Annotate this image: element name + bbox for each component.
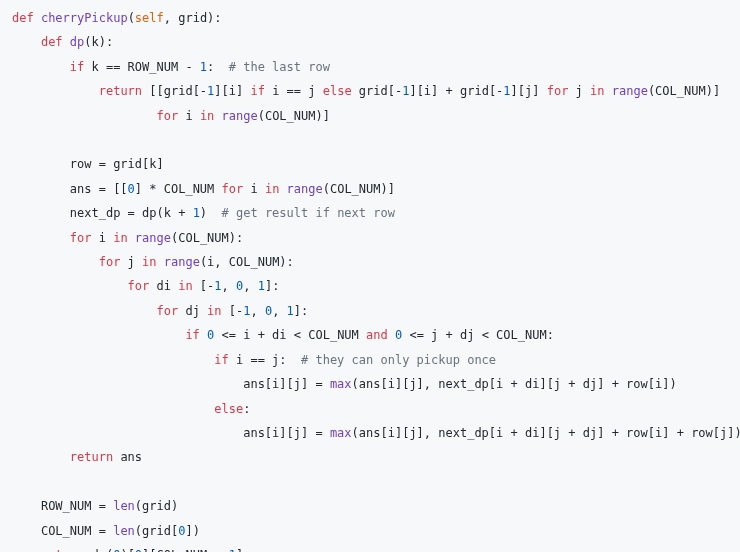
code-line: return dp(0)[0][COL_NUM - 1] <box>12 548 243 552</box>
code-line: return [[grid[-1][i] if i == j else grid… <box>12 84 720 98</box>
code-line: ans[i][j] = max(ans[i][j], next_dp[i + d… <box>12 377 677 391</box>
code-line: for i in range(COL_NUM)] <box>12 109 330 123</box>
code-line: for di in [-1, 0, 1]: <box>12 279 279 293</box>
code-line: ROW_NUM = len(grid) <box>12 499 178 513</box>
code-line: def dp(k): <box>12 35 113 49</box>
code-line: if i == j: # they can only pickup once <box>12 353 496 367</box>
code-line: next_dp = dp(k + 1) # get result if next… <box>12 206 395 220</box>
code-line: for j in range(i, COL_NUM): <box>12 255 294 269</box>
code-line: COL_NUM = len(grid[0]) <box>12 524 200 538</box>
code-line: return ans <box>12 450 142 464</box>
code-line: for dj in [-1, 0, 1]: <box>12 304 308 318</box>
code-line: ans = [[0] * COL_NUM for i in range(COL_… <box>12 182 395 196</box>
code-line: for i in range(COL_NUM): <box>12 231 243 245</box>
code-line <box>12 475 19 489</box>
code-line <box>12 133 19 147</box>
code-line: if 0 <= i + di < COL_NUM and 0 <= j + dj… <box>12 328 554 342</box>
code-line: ans[i][j] = max(ans[i][j], next_dp[i + d… <box>12 426 740 440</box>
code-block: def cherryPickup(self, grid): def dp(k):… <box>0 0 740 552</box>
code-line: else: <box>12 402 250 416</box>
code-line: def cherryPickup(self, grid): <box>12 11 222 25</box>
code-line: if k == ROW_NUM - 1: # the last row <box>12 60 330 74</box>
code-line: row = grid[k] <box>12 157 164 171</box>
